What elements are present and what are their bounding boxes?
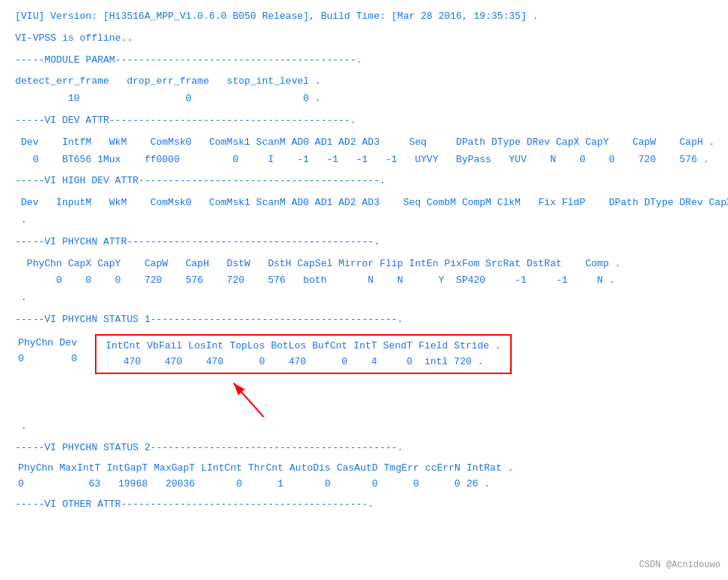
v-intt: 4 bbox=[350, 354, 380, 370]
status2-table-container: PhyChn MaxIntT IntGapT MaxGapT LIntCnt T… bbox=[15, 461, 713, 493]
v-toplos: 0 bbox=[227, 354, 268, 370]
s2h-tmgerr: TmgErr bbox=[381, 461, 422, 477]
v-field: intl bbox=[415, 354, 451, 370]
v-botlos: 470 bbox=[268, 354, 309, 370]
s2v-lintcnt: 0 bbox=[198, 477, 246, 493]
h-vbfail: VbFail bbox=[144, 339, 185, 354]
vi-phychn-attr-values: 0 0 0 720 576 720 576 both N N Y SP420 -… bbox=[15, 273, 713, 289]
s2h-intrat: IntRat . bbox=[463, 461, 516, 477]
module-param-section: -----MODULE PARAM-----------------------… bbox=[15, 53, 713, 69]
s2v-intrat: 26 . bbox=[463, 477, 516, 493]
val-phychn: 0 bbox=[15, 351, 57, 367]
s2h-autodis: AutoDis bbox=[286, 461, 334, 477]
vi-phychn-status2-section: -----VI PHYCHN STATUS 2-----------------… bbox=[15, 440, 713, 456]
h-field: Field bbox=[415, 339, 451, 354]
svg-line-1 bbox=[234, 383, 264, 417]
s2v-intgapt: 19968 bbox=[103, 477, 151, 493]
s2h-phychn: PhyChn bbox=[15, 461, 57, 477]
s2h-ccerrn: ccErrN bbox=[422, 461, 463, 477]
vi-phychn-attr-section: -----VI PHYCHN ATTR---------------------… bbox=[15, 235, 713, 250]
v-intcnt: 470 bbox=[102, 354, 144, 370]
status1-table-container: PhyChn Dev 0 0 IntCnt VbFail LosInt TopL… bbox=[15, 333, 713, 376]
vi-phychn-attr-headers: PhyChn CapX CapY CapW CapH DstW DstH Cap… bbox=[15, 256, 713, 272]
s2v-tmgerr: 0 bbox=[381, 477, 422, 493]
h-intt: IntT bbox=[350, 339, 380, 354]
v-losint: 470 bbox=[185, 354, 227, 370]
v-vbfail: 470 bbox=[144, 354, 185, 370]
s2v-casautd: 0 bbox=[334, 477, 381, 493]
h-losint: LosInt bbox=[185, 339, 227, 354]
v-bufcnt: 0 bbox=[309, 354, 350, 370]
viu-version-line: [VIU] Version: [Hi3516A_MPP_V1.0.6.0 B05… bbox=[15, 9, 713, 25]
header-phychn: PhyChn bbox=[15, 336, 57, 351]
status1-dot: . bbox=[15, 419, 713, 434]
s2h-maxgapt: MaxGapT bbox=[151, 461, 198, 477]
s2h-intgapt: IntGapT bbox=[103, 461, 151, 477]
phychn-dev-cols: PhyChn Dev 0 0 bbox=[15, 333, 80, 367]
h-bufcnt: BufCnt bbox=[309, 339, 350, 354]
vi-dev-attr-values: 0 BT656 1Mux ff0000 0 I -1 -1 -1 -1 UYVY… bbox=[15, 152, 713, 168]
s2v-phychn: 0 bbox=[15, 477, 57, 493]
s2v-maxintt: 63 bbox=[57, 477, 104, 493]
vi-high-dev-attr-headers: Dev InputM WkM ComMsk0 ComMsk1 ScanM AD0… bbox=[15, 195, 713, 211]
vi-high-dev-attr-section: -----VI HIGH DEV ATTR-------------------… bbox=[15, 173, 713, 189]
v-sendt: 0 bbox=[380, 354, 415, 370]
h-toplos: TopLos bbox=[227, 339, 268, 354]
vi-dev-attr-section: -----VI DEV ATTR------------------------… bbox=[15, 113, 713, 129]
h-sendt: SendT bbox=[380, 339, 415, 354]
vi-phychn-status1-section: -----VI PHYCHN STATUS 1-----------------… bbox=[15, 312, 713, 328]
s2v-maxgapt: 20036 bbox=[151, 477, 198, 493]
h-intcnt: IntCnt bbox=[102, 339, 144, 354]
h-stride: Stride . bbox=[451, 339, 503, 354]
module-param-values: 10 0 0 . bbox=[15, 91, 713, 107]
arrow-svg bbox=[219, 376, 309, 417]
vi-vpss-line: VI-VPSS is offline.. bbox=[15, 31, 713, 47]
vi-phychn-attr-dot: . bbox=[15, 290, 713, 306]
s2h-lintcnt: LIntCnt bbox=[198, 461, 246, 477]
status1-highlight-box: IntCnt VbFail LosInt TopLos BotLos BufCn… bbox=[95, 334, 512, 375]
s2h-casautd: CasAutD bbox=[334, 461, 381, 477]
header-dev: Dev bbox=[57, 336, 80, 351]
vi-high-dev-attr-dot: . bbox=[15, 213, 713, 229]
vi-other-attr-section: -----VI OTHER ATTR----------------------… bbox=[15, 497, 713, 513]
arrow-container bbox=[219, 376, 713, 417]
s2v-thrcnt: 1 bbox=[245, 477, 286, 493]
s2h-maxintt: MaxIntT bbox=[57, 461, 104, 477]
vi-dev-attr-headers: Dev IntfM WkM ComMsk0 ComMsk1 ScanM AD0 … bbox=[15, 135, 713, 151]
s2v-ccerrn: 0 bbox=[422, 477, 463, 493]
v-stride: 720 . bbox=[451, 354, 503, 370]
module-param-headers: detect_err_frame drop_err_frame stop_int… bbox=[15, 74, 713, 90]
h-botlos: BotLos bbox=[268, 339, 309, 354]
s2h-thrcnt: ThrCnt bbox=[245, 461, 286, 477]
s2v-autodis: 0 bbox=[286, 477, 334, 493]
val-dev: 0 bbox=[57, 351, 80, 367]
